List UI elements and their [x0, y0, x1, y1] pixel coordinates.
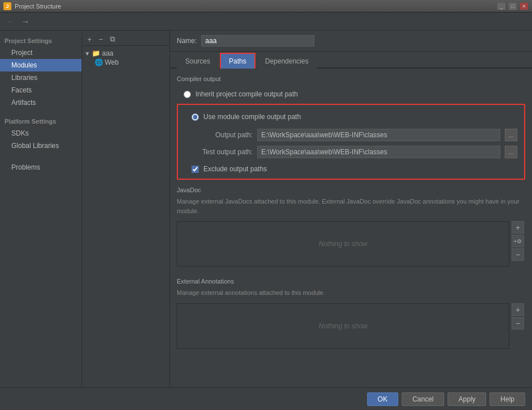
tab-paths[interactable]: Paths [220, 53, 256, 69]
exclude-checkbox-row[interactable]: Exclude output paths [185, 163, 517, 173]
tree-arrow-icon: ▼ [84, 50, 90, 57]
web-icon: 🌐 [95, 58, 103, 66]
tab-dependencies[interactable]: Dependencies [257, 53, 317, 69]
ext-annotations-remove-button[interactable]: − [512, 317, 524, 329]
output-path-input[interactable] [257, 129, 500, 141]
inherit-radio[interactable] [184, 91, 191, 98]
sidebar-item-problems[interactable]: Problems [0, 161, 82, 174]
tree-toolbar: + − ⧉ [82, 33, 169, 46]
name-input[interactable] [201, 35, 314, 47]
sidebar-item-facets[interactable]: Facets [0, 84, 82, 96]
javadoc-remove-button[interactable]: − [512, 248, 524, 261]
footer: OK Cancel Apply Help [0, 387, 532, 410]
output-path-row: Output path: ... [185, 129, 517, 141]
test-output-path-input[interactable] [257, 146, 500, 158]
javadoc-description: Manage external JavaDocs attached to thi… [177, 197, 525, 215]
use-module-radio-label: Use module compile output path [203, 113, 301, 121]
module-tree-panel: + − ⧉ ▼ 📁 aaa 🌐 Web [82, 31, 170, 387]
ext-annotations-side-buttons: + − [512, 303, 524, 329]
use-module-radio[interactable] [191, 113, 199, 121]
back-button[interactable]: ← [5, 15, 17, 28]
tree-root-node[interactable]: ▼ 📁 aaa [82, 48, 169, 58]
tabs-row: Sources Paths Dependencies [170, 52, 532, 69]
right-panel: Name: Sources Paths Dependencies Compile… [170, 31, 532, 387]
compiler-output-header: Compiler output [177, 75, 525, 82]
ext-annotations-nothing-wrapper: Nothing to show + − [177, 303, 509, 349]
sidebar: Project Settings Project Modules Librari… [0, 31, 82, 387]
javadoc-section: JavaDoc Manage external JavaDocs attache… [177, 187, 525, 267]
app-icon: J [3, 2, 11, 10]
javadoc-nothing-label: Nothing to show [318, 240, 367, 248]
ext-annotations-add-button[interactable]: + [512, 303, 524, 316]
ext-annotations-description: Manage external annotations attached to … [177, 288, 525, 298]
maximize-button[interactable]: □ [508, 2, 517, 10]
main-container: ← → Project Settings Project Modules Lib… [0, 12, 532, 410]
paths-content: Compiler output Inherit project compile … [170, 69, 532, 387]
sidebar-item-sdks[interactable]: SDKs [0, 127, 82, 140]
help-button[interactable]: Help [490, 392, 525, 406]
sidebar-item-project[interactable]: Project [0, 47, 82, 59]
content-area: Project Settings Project Modules Librari… [0, 31, 532, 387]
test-output-path-browse-button[interactable]: ... [505, 146, 517, 158]
close-button[interactable]: ✕ [520, 2, 529, 10]
javadoc-empty-panel: Nothing to show [177, 221, 509, 267]
name-row: Name: [170, 31, 532, 52]
tab-sources[interactable]: Sources [177, 53, 219, 69]
tree-child-node[interactable]: 🌐 Web [82, 58, 169, 66]
sidebar-item-modules[interactable]: Modules [0, 59, 82, 71]
minimize-button[interactable]: _ [497, 2, 506, 10]
cancel-button[interactable]: Cancel [402, 392, 444, 406]
tree-root-label: aaa [102, 49, 113, 57]
apply-button[interactable]: Apply [448, 392, 486, 406]
output-path-label: Output path: [185, 131, 253, 139]
tree-child-label: Web [105, 58, 118, 66]
project-settings-label: Project Settings [0, 33, 82, 47]
title-bar-text: Project Structure [15, 3, 497, 10]
javadoc-title: JavaDoc [177, 187, 525, 193]
toolbar: ← → [0, 12, 532, 31]
forward-button[interactable]: → [19, 15, 32, 28]
copy-module-button[interactable]: ⧉ [107, 34, 117, 44]
ext-annotations-nothing-label: Nothing to show [318, 322, 367, 330]
use-module-radio-row[interactable]: Use module compile output path [185, 111, 517, 123]
test-output-path-row: Test output path: ... [185, 146, 517, 158]
add-module-button[interactable]: + [84, 34, 95, 44]
name-label: Name: [177, 37, 197, 45]
module-folder-icon: 📁 [92, 49, 100, 57]
inherit-radio-row[interactable]: Inherit project compile output path [177, 88, 525, 100]
javadoc-nothing-wrapper: Nothing to show + +⚙ − [177, 221, 509, 267]
exclude-checkbox-label: Exclude output paths [203, 165, 267, 173]
javadoc-add-button[interactable]: + [512, 221, 524, 234]
window-controls: _ □ ✕ [497, 2, 529, 10]
platform-settings-label: Platform Settings [0, 113, 82, 127]
output-box: Use module compile output path Output pa… [177, 104, 525, 180]
inherit-radio-label: Inherit project compile output path [195, 90, 298, 98]
javadoc-add-special-button[interactable]: +⚙ [512, 235, 524, 247]
remove-module-button[interactable]: − [96, 34, 106, 44]
sidebar-item-libraries[interactable]: Libraries [0, 71, 82, 84]
ext-annotations-empty-panel: Nothing to show [177, 303, 509, 349]
ok-button[interactable]: OK [367, 392, 398, 406]
sidebar-item-global-libraries[interactable]: Global Libraries [0, 140, 82, 152]
external-annotations-section: External Annotations Manage external ann… [177, 278, 525, 349]
ext-annotations-title: External Annotations [177, 278, 525, 285]
exclude-checkbox[interactable] [191, 166, 199, 173]
sidebar-item-artifacts[interactable]: Artifacts [0, 96, 82, 109]
test-output-path-label: Test output path: [185, 148, 253, 156]
javadoc-side-buttons: + +⚙ − [512, 221, 524, 261]
title-bar: J Project Structure _ □ ✕ [0, 0, 532, 12]
output-path-browse-button[interactable]: ... [505, 129, 517, 141]
